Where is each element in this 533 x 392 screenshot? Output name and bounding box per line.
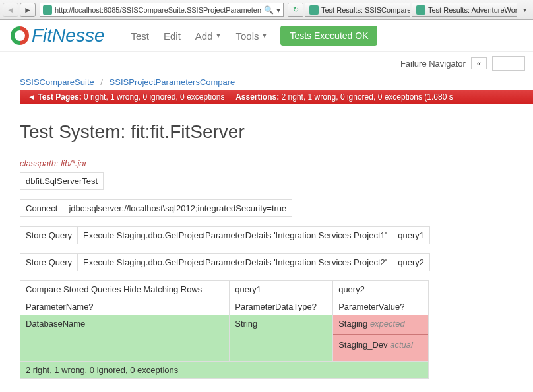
connect-value: jdbc:sqlserver://localhost\sql2012;integ… — [63, 200, 292, 217]
tab-overflow-icon[interactable]: ▾ — [518, 3, 530, 17]
classpath-text: classpath: lib/*.jar — [20, 158, 513, 168]
tab-strip: Test Results: SSISCompareS... ✕ Test Res… — [305, 3, 517, 17]
actual-value: Staging_Dev — [338, 340, 387, 350]
connect-label: Connect — [20, 200, 63, 217]
browser-toolbar: ◄ ► http://localhost:8085/SSISCompareSui… — [0, 0, 533, 20]
breadcrumb: SSISCompareSuite / SSISProjectParameters… — [0, 75, 533, 90]
tab-label: Test Results: AdventureWorksS... — [428, 6, 517, 14]
fixture-table: dbfit.SqlServerTest — [20, 172, 104, 190]
col-type: ParameterDataType? — [230, 298, 333, 315]
failure-nav-label: Failure Navigator — [400, 59, 466, 69]
breadcrumb-link[interactable]: SSISProjectParametersCompare — [110, 77, 235, 87]
th-query2: query2 — [333, 281, 429, 298]
sq-sql: Execute Staging.dbo.GetProjectParameterD… — [78, 227, 392, 244]
back-button[interactable]: ◄ — [3, 3, 18, 17]
tab-favicon-icon — [309, 5, 319, 15]
cell-param-value-fail: Staging expected Staging_Dev actual — [333, 315, 429, 362]
sq-alias: query1 — [392, 227, 430, 244]
failure-prev-button[interactable]: « — [471, 57, 487, 69]
logo-text: FitNesse — [32, 25, 104, 46]
browser-tab[interactable]: Test Results: AdventureWorksS... — [412, 3, 517, 17]
menu-add-label: Add — [195, 30, 213, 42]
connect-table: Connect jdbc:sqlserver://localhost\sql20… — [20, 199, 292, 217]
menu-test[interactable]: Test — [131, 30, 149, 42]
table-header-row: Compare Stored Queries Hide Matching Row… — [20, 281, 429, 298]
logo[interactable]: FitNesse — [11, 25, 104, 46]
favicon-icon — [43, 5, 52, 15]
menu-add[interactable]: Add▼ — [195, 30, 222, 42]
assertion-bar: ◄ Test Pages: 0 right, 1 wrong, 0 ignore… — [20, 90, 533, 104]
sq-label: Store Query — [20, 254, 78, 271]
dropdown-icon[interactable]: ▾ — [276, 5, 280, 15]
compare-table: Compare Stored Queries Hide Matching Row… — [20, 280, 429, 379]
store-query-table: Store Query Execute Staging.dbo.GetProje… — [20, 253, 430, 271]
caret-icon: ▼ — [262, 32, 268, 39]
tests-executed-badge: Tests Executed OK — [280, 26, 377, 46]
refresh-button[interactable]: ↻ — [288, 3, 303, 17]
tab-favicon-icon — [416, 5, 425, 15]
breadcrumb-sep: / — [100, 77, 103, 87]
pages-text: 0 right, 1 wrong, 0 ignored, 0 exception… — [84, 92, 224, 102]
caret-icon: ▼ — [216, 32, 222, 39]
table-row: DatabaseName String Staging expected Sta… — [20, 315, 429, 362]
table-columns-row: ParameterName? ParameterDataType? Parame… — [20, 298, 429, 315]
browser-tab[interactable]: Test Results: SSISCompareS... ✕ — [305, 3, 410, 17]
sq-label: Store Query — [20, 227, 78, 244]
failure-navigator: Failure Navigator « — [0, 52, 533, 75]
search-icon[interactable]: 🔍 — [264, 5, 274, 15]
content-area: Test System: fit:fit.FitServer classpath… — [0, 104, 533, 392]
menu-tools-label: Tools — [235, 30, 259, 42]
col-value: ParameterValue? — [333, 298, 429, 315]
expected-label: expected — [370, 319, 405, 329]
cell-param-name: DatabaseName — [20, 315, 230, 362]
th-query1: query1 — [230, 281, 333, 298]
menu-tools[interactable]: Tools▼ — [235, 30, 267, 42]
actual-label: actual — [390, 340, 413, 350]
menu-edit[interactable]: Edit — [164, 30, 181, 42]
pages-label: Test Pages: — [38, 92, 81, 102]
summary-cell: 2 right, 1 wrong, 0 ignored, 0 exception… — [20, 362, 429, 379]
expected-value: Staging — [338, 319, 367, 329]
address-bar[interactable]: http://localhost:8085/SSISCompareSuite.S… — [40, 3, 284, 17]
sq-alias: query2 — [392, 254, 430, 271]
assertions-label: Assertions: — [235, 92, 279, 102]
app-header: FitNesse Test Edit Add▼ Tools▼ Tests Exe… — [0, 20, 533, 52]
logo-icon — [11, 26, 29, 45]
assertions-text: 2 right, 1 wrong, 0 ignored, 0 exception… — [282, 92, 453, 102]
store-query-table: Store Query Execute Staging.dbo.GetProje… — [20, 226, 430, 244]
cell-param-type: String — [230, 315, 333, 362]
breadcrumb-link[interactable]: SSISCompareSuite — [20, 77, 94, 87]
fixture-cell: dbfit.SqlServerTest — [20, 173, 104, 190]
table-summary-row: 2 right, 1 wrong, 0 ignored, 0 exception… — [20, 362, 429, 379]
sq-sql: Execute Staging.dbo.GetProjectParameterD… — [78, 254, 392, 271]
url-text: http://localhost:8085/SSISCompareSuite.S… — [55, 6, 261, 14]
failure-nav-input[interactable] — [492, 56, 525, 71]
main-menu: Test Edit Add▼ Tools▼ — [131, 30, 267, 42]
th-compare: Compare Stored Queries Hide Matching Row… — [20, 281, 230, 298]
page-title: Test System: fit:fit.FitServer — [20, 121, 513, 143]
forward-button[interactable]: ► — [20, 3, 36, 17]
tab-label: Test Results: SSISCompareS... — [321, 6, 410, 14]
col-name: ParameterName? — [20, 298, 230, 315]
